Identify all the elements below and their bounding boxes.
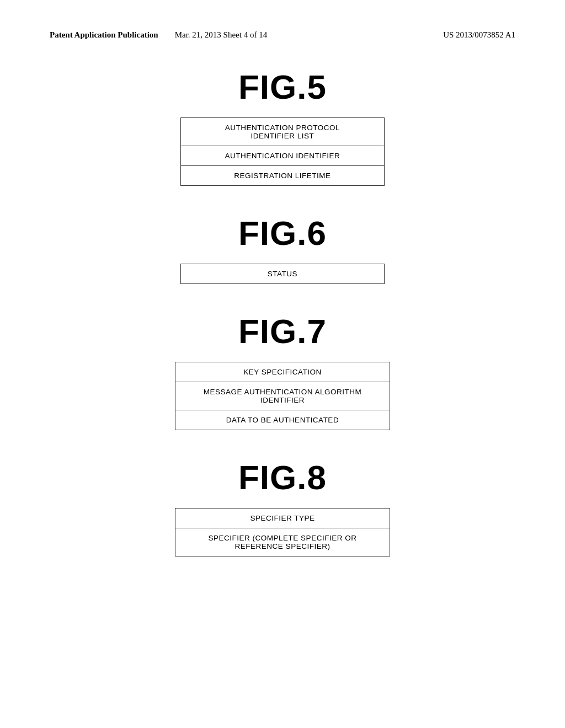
page: Patent Application Publication Mar. 21, …	[0, 0, 565, 728]
fig5-row1: AUTHENTICATION PROTOCOLIDENTIFIER LIST	[181, 118, 385, 146]
fig6-section: FIG.6 STATUS	[0, 213, 565, 284]
fig8-section: FIG.8 SPECIFIER TYPE SPECIFIER (COMPLETE…	[0, 458, 565, 556]
table-row: STATUS	[181, 264, 385, 284]
fig6-row1: STATUS	[181, 264, 385, 284]
table-row: MESSAGE AUTHENTICATION ALGORITHMIDENTIFI…	[175, 382, 390, 410]
table-row: SPECIFIER TYPE	[175, 508, 390, 528]
fig5-row2: AUTHENTICATION IDENTIFIER	[181, 146, 385, 166]
fig7-section: FIG.7 KEY SPECIFICATION MESSAGE AUTHENTI…	[0, 312, 565, 430]
table-row: DATA TO BE AUTHENTICATED	[175, 410, 390, 430]
fig7-table: KEY SPECIFICATION MESSAGE AUTHENTICATION…	[175, 362, 390, 430]
header-date: Mar. 21, 2013 Sheet 4 of 14	[175, 30, 267, 40]
fig8-title: FIG.8	[238, 458, 327, 497]
fig6-title: FIG.6	[238, 213, 327, 253]
table-row: AUTHENTICATION IDENTIFIER	[181, 146, 385, 166]
table-row: REGISTRATION LIFETIME	[181, 166, 385, 186]
table-row: SPECIFIER (COMPLETE SPECIFIER ORREFERENC…	[175, 528, 390, 556]
fig7-row1: KEY SPECIFICATION	[175, 362, 390, 382]
fig5-section: FIG.5 AUTHENTICATION PROTOCOLIDENTIFIER …	[0, 67, 565, 186]
fig8-row1: SPECIFIER TYPE	[175, 508, 390, 528]
fig5-row3: REGISTRATION LIFETIME	[181, 166, 385, 186]
fig7-row3: DATA TO BE AUTHENTICATED	[175, 410, 390, 430]
fig5-title: FIG.5	[238, 67, 327, 106]
header-patent-number: US 2013/0073852 A1	[443, 30, 515, 40]
fig7-title: FIG.7	[238, 312, 327, 351]
fig7-row2: MESSAGE AUTHENTICATION ALGORITHMIDENTIFI…	[175, 382, 390, 410]
fig8-table: SPECIFIER TYPE SPECIFIER (COMPLETE SPECI…	[175, 508, 390, 556]
fig5-table: AUTHENTICATION PROTOCOLIDENTIFIER LIST A…	[180, 117, 385, 186]
page-header: Patent Application Publication Mar. 21, …	[0, 0, 565, 51]
table-row: AUTHENTICATION PROTOCOLIDENTIFIER LIST	[181, 118, 385, 146]
table-row: KEY SPECIFICATION	[175, 362, 390, 382]
fig8-row2: SPECIFIER (COMPLETE SPECIFIER ORREFERENC…	[175, 528, 390, 556]
fig6-table: STATUS	[180, 264, 385, 284]
patent-label: Patent Application Publication	[50, 30, 158, 40]
